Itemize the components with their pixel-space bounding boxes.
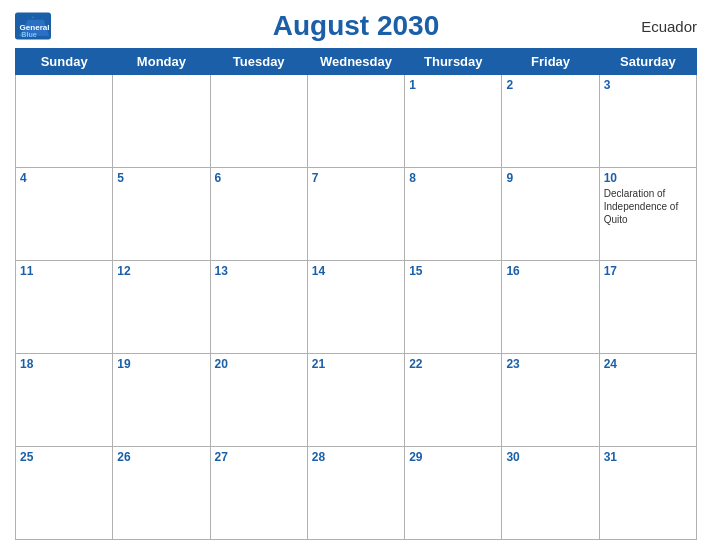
calendar-cell: 4: [16, 168, 113, 261]
calendar-cell: 23: [502, 354, 599, 447]
day-number: 10: [604, 171, 692, 185]
calendar-cell: 28: [307, 447, 404, 540]
calendar-week-row: 25262728293031: [16, 447, 697, 540]
day-number: 16: [506, 264, 594, 278]
calendar-cell: 29: [405, 447, 502, 540]
calendar-header: General Blue August 2030 Ecuador: [15, 10, 697, 42]
day-number: 11: [20, 264, 108, 278]
day-number: 14: [312, 264, 400, 278]
svg-text:Blue: Blue: [21, 29, 37, 38]
calendar-cell: 22: [405, 354, 502, 447]
calendar-cell: 8: [405, 168, 502, 261]
day-number: 8: [409, 171, 497, 185]
weekday-header-row: Sunday Monday Tuesday Wednesday Thursday…: [16, 49, 697, 75]
calendar-container: General Blue August 2030 Ecuador Sunday …: [0, 0, 712, 550]
day-number: 29: [409, 450, 497, 464]
calendar-cell: 27: [210, 447, 307, 540]
calendar-cell: 18: [16, 354, 113, 447]
calendar-cell: 13: [210, 261, 307, 354]
day-number: 25: [20, 450, 108, 464]
header-tuesday: Tuesday: [210, 49, 307, 75]
logo-area: General Blue: [15, 12, 51, 41]
calendar-cell: [307, 75, 404, 168]
day-number: 7: [312, 171, 400, 185]
calendar-table: Sunday Monday Tuesday Wednesday Thursday…: [15, 48, 697, 540]
day-number: 13: [215, 264, 303, 278]
calendar-cell: 30: [502, 447, 599, 540]
calendar-cell: 10Declaration of Independence of Quito: [599, 168, 696, 261]
header-monday: Monday: [113, 49, 210, 75]
calendar-cell: 3: [599, 75, 696, 168]
calendar-cell: 7: [307, 168, 404, 261]
day-number: 24: [604, 357, 692, 371]
day-number: 27: [215, 450, 303, 464]
day-number: 26: [117, 450, 205, 464]
day-number: 6: [215, 171, 303, 185]
header-wednesday: Wednesday: [307, 49, 404, 75]
day-number: 28: [312, 450, 400, 464]
header-saturday: Saturday: [599, 49, 696, 75]
calendar-cell: 25: [16, 447, 113, 540]
calendar-week-row: 11121314151617: [16, 261, 697, 354]
header-thursday: Thursday: [405, 49, 502, 75]
calendar-cell: 6: [210, 168, 307, 261]
day-number: 20: [215, 357, 303, 371]
day-number: 2: [506, 78, 594, 92]
calendar-week-row: 18192021222324: [16, 354, 697, 447]
calendar-cell: [113, 75, 210, 168]
day-number: 3: [604, 78, 692, 92]
calendar-week-row: 45678910Declaration of Independence of Q…: [16, 168, 697, 261]
calendar-cell: 31: [599, 447, 696, 540]
day-number: 22: [409, 357, 497, 371]
day-number: 31: [604, 450, 692, 464]
calendar-cell: 21: [307, 354, 404, 447]
day-number: 18: [20, 357, 108, 371]
day-number: 9: [506, 171, 594, 185]
calendar-cell: 5: [113, 168, 210, 261]
calendar-cell: 11: [16, 261, 113, 354]
calendar-cell: 12: [113, 261, 210, 354]
calendar-cell: 16: [502, 261, 599, 354]
day-number: 17: [604, 264, 692, 278]
header-sunday: Sunday: [16, 49, 113, 75]
calendar-cell: 26: [113, 447, 210, 540]
calendar-cell: 17: [599, 261, 696, 354]
day-number: 15: [409, 264, 497, 278]
calendar-cell: 9: [502, 168, 599, 261]
calendar-cell: 14: [307, 261, 404, 354]
day-number: 12: [117, 264, 205, 278]
calendar-cell: 20: [210, 354, 307, 447]
calendar-cell: [16, 75, 113, 168]
generalblue-logo-icon: General Blue: [15, 12, 51, 40]
calendar-cell: 15: [405, 261, 502, 354]
calendar-cell: 2: [502, 75, 599, 168]
day-number: 1: [409, 78, 497, 92]
day-number: 30: [506, 450, 594, 464]
country-label: Ecuador: [641, 18, 697, 35]
calendar-cell: 1: [405, 75, 502, 168]
calendar-title: August 2030: [273, 10, 440, 42]
calendar-week-row: 123: [16, 75, 697, 168]
day-number: 5: [117, 171, 205, 185]
day-number: 4: [20, 171, 108, 185]
day-number: 23: [506, 357, 594, 371]
day-number: 19: [117, 357, 205, 371]
calendar-cell: 24: [599, 354, 696, 447]
holiday-text: Declaration of Independence of Quito: [604, 187, 692, 226]
day-number: 21: [312, 357, 400, 371]
header-friday: Friday: [502, 49, 599, 75]
calendar-cell: [210, 75, 307, 168]
calendar-cell: 19: [113, 354, 210, 447]
